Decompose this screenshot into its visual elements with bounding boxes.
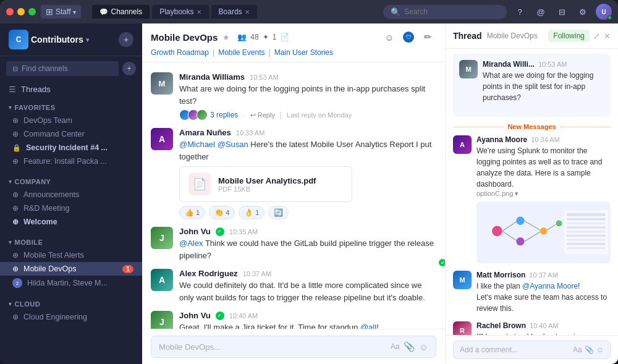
emoji-icon[interactable]: ☺ — [381, 28, 398, 46]
globe-icon: ⊕ — [12, 157, 19, 166]
svg-rect-7 — [567, 235, 606, 237]
add-button[interactable]: + — [122, 62, 136, 75]
close-thread-icon[interactable]: ✕ — [604, 32, 611, 41]
threads-icon: ☰ — [9, 85, 16, 94]
message-input-box[interactable]: Aa 📎 ☺ — [151, 336, 436, 358]
reply-avatars — [179, 109, 205, 121]
cloud-section: CLOUD ⊕ Cloud Engineering — [0, 294, 142, 328]
following-button[interactable]: Following — [548, 30, 590, 42]
doc-icon: 📄 — [280, 33, 289, 41]
reactions: 👍 1 👏 4 👌 1 🔄 — [179, 206, 436, 219]
mobile-label[interactable]: MOBILE — [0, 236, 142, 248]
avatar: M — [151, 72, 173, 95]
thread-message: M Miranda Willi... 10:53 AM What are we … — [459, 60, 604, 103]
globe-icon: ⊕ — [12, 265, 19, 273]
tag-growth-roadmap[interactable]: Growth Roadmap — [151, 48, 209, 57]
search-bar[interactable]: 🔍 — [383, 5, 507, 19]
bookmark-icon[interactable]: ⊟ — [554, 4, 570, 20]
sidebar-item-rd-meeting[interactable]: ⊕ R&D Meeting — [0, 201, 142, 215]
message-text: I like the plan @Ayanna Moore!Let's make… — [476, 281, 611, 314]
thread-messages: M Miranda Willi... 10:53 AM What are we … — [446, 49, 618, 335]
image-caption[interactable]: optionC.png ▾ — [476, 190, 611, 198]
sidebar-item-feature-install[interactable]: ⊕ Feature: Install Packa ... — [0, 154, 142, 168]
mention-icon[interactable]: @ — [533, 4, 549, 20]
sidebar-item-security-incident[interactable]: 🔒 Security Incident #4 ... — [0, 141, 142, 154]
emoji-icon[interactable]: ☺ — [596, 345, 604, 354]
tag-mobile-events[interactable]: Mobile Events — [218, 48, 265, 57]
search-input[interactable] — [404, 7, 491, 16]
message-header: Miranda Willi... 10:53 AM — [483, 60, 604, 69]
sidebar-item-announcements[interactable]: ⊕ Announcements — [0, 188, 142, 201]
star-icon[interactable]: ★ — [222, 33, 230, 42]
sidebar-item-cloud-engineering[interactable]: ⊕ Cloud Engineering — [0, 310, 142, 324]
reply-label[interactable]: ↩ Reply — [250, 111, 275, 119]
reply-avatar — [197, 109, 208, 121]
minimize-button[interactable] — [17, 8, 25, 15]
tab-bar: 💬 Channels Playbooks ✕ Boards ✕ — [92, 5, 256, 19]
close-playbooks-tab[interactable]: ✕ — [197, 9, 201, 15]
reaction-ok[interactable]: 👌 1 — [239, 206, 265, 219]
sidebar-item-devops-team[interactable]: ⊕ DevOps Team — [0, 114, 142, 127]
avatar: M — [453, 271, 472, 289]
thread-message: A Ayanna Moore 10:34 AM We're using Splu… — [453, 135, 611, 263]
close-button[interactable] — [6, 8, 14, 15]
sidebar-item-command-center[interactable]: ⊕ Command Center — [0, 127, 142, 141]
workspace-switcher[interactable]: ⊞ Staff ▾ — [41, 5, 81, 19]
emoji-icon[interactable]: ☺ — [419, 342, 428, 352]
find-channels-input[interactable]: ⊟ Find channels — [6, 61, 119, 76]
channel-tags-row: Growth Roadmap | Mobile Events | Main Us… — [151, 48, 436, 57]
message-content: Rachel Brown 10:40 AM I'll be on to trou… — [476, 321, 611, 335]
globe-icon: ⊕ — [12, 218, 19, 226]
file-attachment[interactable]: 📄 Mobile User Analytics.pdf PDF 15KB — [179, 166, 352, 202]
reaction-cycle[interactable]: 🔄 — [268, 206, 289, 219]
workspace-name[interactable]: C Contributors ▾ — [9, 30, 89, 49]
sidebar-item-mobile-test-alerts[interactable]: ⊕ Mobile Test Alerts — [0, 248, 142, 262]
message-input[interactable] — [159, 342, 386, 352]
sidebar: C Contributors ▾ + ⊟ Find channels + ☰ T… — [0, 23, 142, 364]
user-avatar[interactable]: U — [596, 4, 612, 20]
thread-message: R Rachel Brown 10:40 AM I'll be on to tr… — [453, 321, 611, 335]
thread-input-box[interactable]: Aa 📎 ☺ — [453, 341, 611, 359]
help-icon[interactable]: ? — [512, 4, 528, 20]
favorites-label[interactable]: FAVORITES — [0, 101, 142, 114]
message-row: M Miranda Williams 10:53 AM What are we … — [142, 69, 445, 124]
sidebar-item-mobile-devops[interactable]: ⊕ Mobile DevOps 1 — [0, 262, 142, 276]
shield-icon[interactable]: 🛡 — [403, 32, 414, 43]
tab-playbooks[interactable]: Playbooks ✕ — [152, 5, 208, 19]
channel-top-row: Mobile DevOps ★ 👥 48 ✦ 1 📄 ☺ 🛡 ✏ — [151, 28, 436, 46]
resize-icon[interactable]: ⤢ — [593, 32, 600, 41]
message-header: Rachel Brown 10:40 AM — [476, 321, 611, 330]
company-section: COMPANY ⊕ Announcements ⊕ R&D Meeting ⊕ … — [0, 172, 142, 232]
favorites-section: FAVORITES ⊕ DevOps Team ⊕ Command Center… — [0, 98, 142, 172]
attachment-icon[interactable]: 📎 — [585, 345, 594, 354]
tab-channels[interactable]: 💬 Channels — [92, 5, 150, 19]
add-channel-button[interactable]: + — [119, 32, 133, 47]
traffic-lights — [6, 8, 36, 15]
tag-main-user-stories[interactable]: Main User Stories — [274, 48, 333, 57]
thread-comment-input[interactable] — [460, 345, 569, 354]
thread-replies[interactable]: 3 replies · ↩ Reply | Last reply on Mond… — [179, 109, 436, 121]
reaction-thumbs-up[interactable]: 👍 1 — [179, 206, 205, 219]
maximize-button[interactable] — [28, 8, 36, 15]
sidebar-item-welcome[interactable]: ⊕ Welcome — [0, 215, 142, 229]
message-header: John Vu ✓ 10:35 AM — [179, 227, 436, 236]
message-content: John Vu ✓ 10:40 AM Great, I'll make a Ji… — [179, 311, 436, 329]
globe-icon: ⊕ — [12, 204, 19, 213]
threads-link[interactable]: ☰ Threads — [0, 81, 142, 98]
edit-icon[interactable]: ✏ — [419, 28, 436, 46]
settings-icon[interactable]: ⚙ — [575, 4, 591, 20]
attachment-icon[interactable]: 📎 — [404, 341, 415, 352]
tab-boards[interactable]: Boards ✕ — [211, 5, 257, 19]
close-boards-tab[interactable]: ✕ — [245, 9, 250, 15]
sidebar-item-dm-hilda[interactable]: 2 Hilda Martin, Steve M... — [0, 276, 142, 290]
message-row: A Alex Rodriguez 10:37 AM We could defin… — [142, 265, 445, 307]
channel-header-actions: ☺ 🛡 ✏ — [381, 28, 436, 46]
message-text: @Michael @Susan Here's the latest Mobile… — [179, 138, 436, 163]
cloud-label[interactable]: CLOUD — [0, 298, 142, 310]
thread-footer: Aa 📎 ☺ — [446, 335, 618, 364]
company-label[interactable]: COMPANY — [0, 176, 142, 188]
avatar: J ✓ — [151, 227, 173, 249]
reaction-clap[interactable]: 👏 4 — [209, 206, 235, 219]
pdf-icon: 📄 — [188, 173, 211, 195]
message-header: Amara Nuñes 10:33 AM — [179, 128, 436, 137]
